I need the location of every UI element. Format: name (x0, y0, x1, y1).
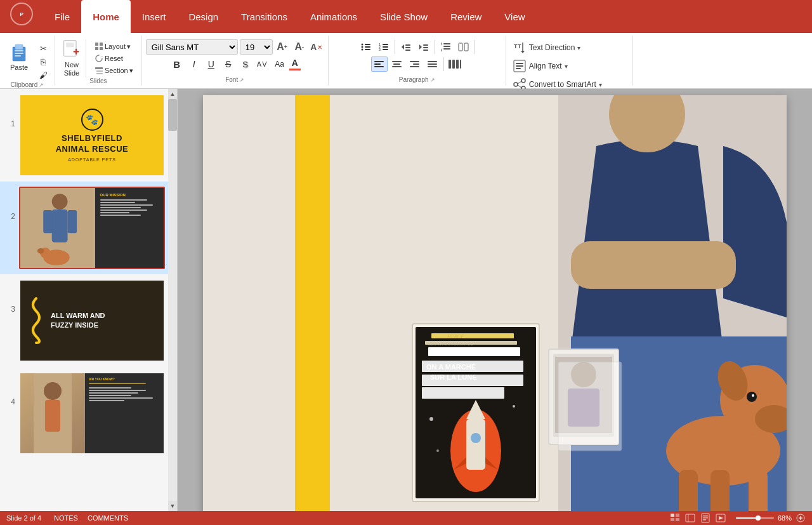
paragraph-label[interactable]: Paragraph ↗ (399, 76, 435, 84)
svg-marker-33 (419, 44, 422, 50)
justify-button[interactable] (424, 56, 441, 72)
strikethrough-button[interactable]: S (221, 56, 236, 72)
tab-view[interactable]: View (493, 0, 536, 33)
align-right-icon (409, 58, 421, 70)
font-color-button[interactable]: A (289, 58, 301, 70)
svg-rect-66 (516, 65, 523, 67)
slide-thumb-3[interactable]: 3 ALL WARM ANDFUZZY INSIDE (0, 274, 177, 367)
tabs-container: File Home Insert Design Transitions Anim… (43, 0, 537, 33)
svg-rect-57 (452, 60, 455, 69)
slide-4-thumbnail: DID YOU KNOW? (19, 372, 165, 455)
slide-3-thumbnail: ALL WARM ANDFUZZY INSIDE (19, 279, 165, 362)
tab-insert[interactable]: Insert (131, 0, 178, 33)
svg-rect-32 (405, 50, 410, 51)
svg-rect-65 (516, 63, 523, 64)
bullets-button[interactable] (358, 39, 374, 55)
multi-column-button[interactable] (447, 56, 463, 72)
scroll-thumb[interactable] (168, 99, 177, 131)
comments-button[interactable]: COMMENTS (88, 514, 128, 522)
drawing-group: T T Text Direction ▾ Align Text ▾ (506, 36, 633, 86)
cut-button[interactable]: ✂ (36, 42, 51, 55)
align-center-button[interactable] (389, 56, 405, 72)
thumb2-lines (100, 199, 159, 216)
svg-point-122 (429, 417, 433, 421)
svg-rect-136 (671, 514, 674, 517)
increase-indent-button[interactable] (416, 39, 432, 55)
tab-animations[interactable]: Animations (299, 0, 369, 33)
font-row-1: Gill Sans MT 19 A+ A- A ✕ (146, 39, 324, 55)
paragraph-expand-icon: ↗ (430, 77, 435, 83)
columns-button[interactable] (455, 39, 472, 55)
increase-font-button[interactable]: A+ (275, 39, 290, 55)
reset-button[interactable]: Reset (93, 53, 135, 63)
thumb2-photo (20, 188, 99, 268)
section-button[interactable]: Section ▾ (93, 65, 135, 76)
format-painter-button[interactable]: 🖌 (36, 69, 51, 81)
thumb1-title: SHELBYFIELDANIMAL RESCUE (56, 133, 129, 155)
svg-rect-76 (43, 210, 53, 233)
paste-label: Paste (10, 63, 28, 71)
svg-marker-29 (402, 44, 404, 50)
slide-sorter-button[interactable] (685, 513, 695, 523)
align-right-button[interactable] (407, 56, 423, 72)
align-left-icon (374, 58, 385, 70)
tab-transitions[interactable]: Transitions (230, 0, 299, 33)
font-family-select[interactable]: Gill Sans MT (146, 39, 238, 55)
reading-view-button[interactable] (700, 513, 710, 523)
numbering-button[interactable]: 1. 2. 3. (376, 39, 392, 55)
normal-view-button[interactable] (670, 513, 680, 523)
italic-button[interactable]: I (187, 56, 202, 72)
tab-design[interactable]: Design (177, 0, 230, 33)
notes-button[interactable]: NOTES (54, 514, 78, 522)
canvas-area[interactable]: HERGÉ LES AVENTURES DE TINTIN ON A MARCH… (178, 89, 812, 511)
paste-button[interactable]: Paste (4, 39, 34, 72)
main-area: ▲ 1 🐾 SHELBYFIELDANIMAL RESCUE ADOPTABLE… (0, 89, 812, 511)
tab-home[interactable]: Home (81, 0, 131, 33)
align-left-button[interactable] (371, 56, 388, 72)
clear-format-button[interactable]: A ✕ (309, 39, 324, 55)
svg-rect-28 (383, 49, 388, 50)
slide-canvas[interactable]: HERGÉ LES AVENTURES DE TINTIN ON A MARCH… (203, 95, 787, 511)
thumb2-line-5 (100, 209, 147, 211)
layout-button[interactable]: Layout ▾ (93, 41, 135, 51)
tab-slideshow[interactable]: Slide Show (369, 0, 439, 33)
svg-point-82 (44, 382, 62, 400)
text-shadow-button[interactable]: S (238, 56, 253, 72)
char-spacing-button[interactable]: AV (255, 56, 270, 72)
tab-review[interactable]: Review (439, 0, 493, 33)
change-case-button[interactable]: Aa (272, 56, 287, 72)
clipboard-group: Paste ✂ ⎘ 🖌 Clipboard ↗ (0, 36, 55, 86)
tab-file[interactable]: File (43, 0, 81, 33)
svg-text:TINTIN: TINTIN (433, 348, 472, 357)
text-direction-arrow: ▾ (577, 44, 580, 51)
align-text-label: Align Text (529, 62, 562, 70)
slides-label[interactable]: Slides (89, 77, 107, 86)
decrease-indent-button[interactable] (398, 39, 414, 55)
decrease-font-button[interactable]: A- (292, 39, 307, 55)
scroll-up-button[interactable]: ▲ (168, 89, 177, 99)
svg-rect-83 (45, 400, 60, 432)
slide-thumb-2[interactable]: 2 (0, 182, 177, 274)
new-slide-label: NewSlide (64, 61, 79, 77)
font-label[interactable]: Font ↗ (225, 76, 244, 84)
align-text-icon (513, 59, 527, 73)
bold-button[interactable]: B (169, 56, 185, 72)
scroll-down-button[interactable]: ▼ (168, 501, 177, 511)
align-text-button[interactable]: Align Text ▾ (510, 58, 570, 74)
new-slide-button[interactable]: NewSlide (62, 39, 86, 77)
font-row-2: B I U S S AV Aa A (169, 56, 301, 72)
slide-thumb-4[interactable]: 4 DID YOU KNOW? (0, 367, 177, 460)
zoom-slider[interactable] (736, 515, 774, 521)
font-size-select[interactable]: 19 (240, 39, 273, 55)
slide-thumb-1[interactable]: 1 🐾 SHELBYFIELDANIMAL RESCUE ADOPTABLE P… (0, 89, 177, 182)
svg-rect-77 (68, 210, 77, 233)
underline-button[interactable]: U (204, 56, 219, 72)
slideshow-button[interactable] (716, 513, 726, 523)
line-spacing-button[interactable] (438, 39, 454, 55)
svg-rect-139 (676, 518, 679, 521)
fit-to-window-button[interactable] (796, 513, 806, 523)
svg-rect-14 (95, 67, 103, 69)
text-direction-button[interactable]: T T Text Direction ▾ (510, 39, 584, 56)
svg-rect-55 (428, 66, 437, 67)
copy-button[interactable]: ⎘ (36, 55, 51, 68)
